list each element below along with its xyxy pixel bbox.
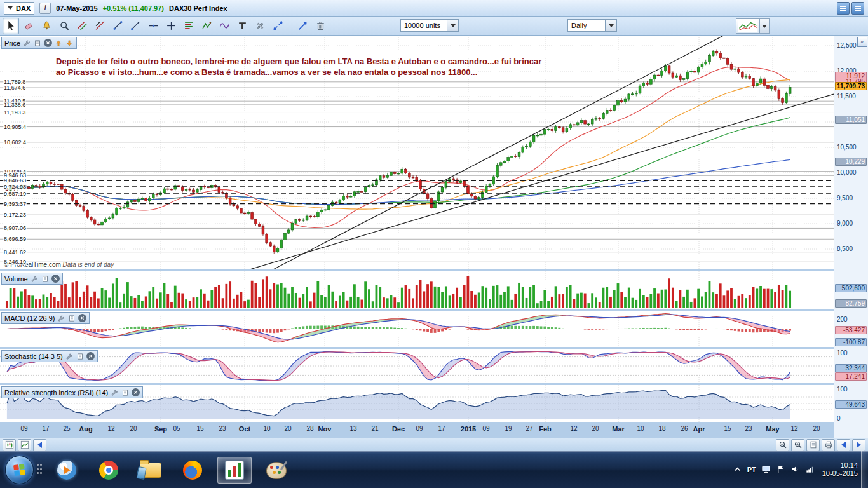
axis-value-box: 49.643 xyxy=(835,400,867,409)
action-center-flag-icon[interactable] xyxy=(776,464,785,475)
timeframe-dropdown-button[interactable] xyxy=(605,20,616,31)
zoom-in-button[interactable] xyxy=(791,439,804,451)
pane-close-button[interactable] xyxy=(78,314,86,322)
delete-objects-tool[interactable] xyxy=(312,18,329,34)
pane-settings-button[interactable] xyxy=(30,274,39,283)
time-axis[interactable]: 091725Aug1220Sep051523Oct102028Nov1321De… xyxy=(0,422,834,438)
volume-chart-canvas[interactable] xyxy=(0,271,834,309)
time-axis-label: 12 xyxy=(107,425,114,432)
pane-settings-button[interactable] xyxy=(65,352,74,361)
time-axis-label: 13 xyxy=(349,425,356,432)
time-axis-label: 20 xyxy=(130,425,137,432)
taskbar-explorer-button[interactable] xyxy=(133,457,168,484)
arrows-tool[interactable] xyxy=(269,18,286,34)
chart-mode-candles-button[interactable] xyxy=(3,439,16,451)
pane-close-button[interactable] xyxy=(44,39,52,47)
taskbar-handle[interactable] xyxy=(37,464,43,475)
pane-print-button[interactable] xyxy=(121,388,130,397)
pane-close-button[interactable] xyxy=(132,388,140,396)
time-axis-label: 10 xyxy=(263,425,270,432)
time-axis-label: Feb xyxy=(539,425,552,433)
instrument-name: DAX30 Perf Index xyxy=(169,4,227,12)
chart-style-button[interactable] xyxy=(736,18,770,34)
volume-icon[interactable] xyxy=(790,464,800,475)
instrument-symbol: DAX xyxy=(16,4,31,12)
axis-tick-label: 0 xyxy=(837,415,841,422)
price-level-label: 11,338.6 xyxy=(3,102,26,108)
window-menu-button[interactable] xyxy=(837,2,850,15)
fit-screen-button[interactable] xyxy=(806,439,820,451)
units-dropdown-button[interactable] xyxy=(447,20,458,31)
text-tool[interactable] xyxy=(234,18,250,34)
alert-tool[interactable] xyxy=(38,18,55,34)
time-axis-label: May xyxy=(766,425,779,433)
arrow-annotation-tool[interactable] xyxy=(294,18,311,34)
pane-print-button[interactable] xyxy=(33,39,42,48)
pane-settings-button[interactable] xyxy=(57,314,65,323)
scroll-back-button[interactable] xyxy=(33,439,46,451)
crosshair-tool[interactable] xyxy=(163,18,179,34)
zoom-out-button[interactable] xyxy=(776,439,789,451)
zoom-tool[interactable] xyxy=(56,18,72,34)
network-icon[interactable] xyxy=(805,464,815,475)
units-dropdown[interactable]: 10000 units xyxy=(400,19,459,32)
firefox-icon xyxy=(183,461,202,480)
prorealtime-icon xyxy=(225,461,244,480)
instrument-selector[interactable]: DAX xyxy=(4,2,34,15)
chart-mode-line-button[interactable] xyxy=(18,439,31,451)
time-axis-label: 21 xyxy=(371,425,378,432)
volume-pane-header: Volume xyxy=(1,273,63,285)
objects-settings-tool[interactable] xyxy=(252,18,268,34)
time-axis-label: Oct xyxy=(239,425,250,433)
time-axis-label: 18 xyxy=(658,425,665,432)
taskbar-firefox-button[interactable] xyxy=(175,457,210,484)
time-axis-label: 17 xyxy=(42,425,49,432)
price-level-label: 9,846.63 xyxy=(3,177,27,184)
channel-tool[interactable] xyxy=(74,18,90,34)
cursor-tool[interactable] xyxy=(3,18,19,34)
zigzag-tool[interactable] xyxy=(198,18,215,34)
segment-tool[interactable] xyxy=(109,18,126,34)
pane-print-button[interactable] xyxy=(41,274,50,283)
taskbar-chrome-button[interactable] xyxy=(92,457,126,484)
trendline-tool[interactable] xyxy=(92,18,108,34)
price-level-label: 9,172.23 xyxy=(3,212,27,218)
pane-settings-button[interactable] xyxy=(22,39,31,48)
pane-close-button[interactable] xyxy=(86,352,95,360)
scroll-right-button[interactable] xyxy=(852,439,865,451)
eraser-tool[interactable] xyxy=(20,18,37,34)
print-button[interactable] xyxy=(822,439,835,451)
language-indicator[interactable]: PT xyxy=(747,466,756,473)
price-axis[interactable]: « 12,50012,00011,50010,50010,0009,5009,0… xyxy=(834,36,868,438)
ray-tool[interactable] xyxy=(127,18,144,34)
scroll-left-button[interactable] xyxy=(837,439,850,451)
pane-move-down-button[interactable] xyxy=(65,39,74,48)
elliott-wave-tool[interactable] xyxy=(216,18,233,34)
chart-annotation[interactable]: Depois de ter feito o outro boneco, lemb… xyxy=(56,56,548,78)
pane-move-up-button[interactable] xyxy=(54,39,63,48)
pane-close-button[interactable] xyxy=(51,274,60,283)
pane-settings-button[interactable] xyxy=(110,388,119,397)
info-button[interactable]: i xyxy=(39,3,51,14)
window-minimize-button[interactable] xyxy=(851,2,864,15)
timeframe-dropdown[interactable]: Daily xyxy=(567,19,617,32)
clock-time: 10:14 xyxy=(822,461,858,470)
pane-print-button[interactable] xyxy=(67,314,76,323)
pane-print-button[interactable] xyxy=(76,352,85,361)
macd-chart-canvas[interactable] xyxy=(0,311,834,347)
show-desktop-button[interactable] xyxy=(861,451,868,488)
axis-collapse-button[interactable]: « xyxy=(857,37,867,47)
hidden-icons-chevron[interactable] xyxy=(733,464,742,475)
toolbar-separator xyxy=(290,20,290,32)
macd-pane-header: MACD (12 26 9) xyxy=(1,312,90,324)
fibonacci-tool[interactable] xyxy=(180,18,197,34)
stochastic-chart-canvas[interactable] xyxy=(0,349,834,383)
taskbar-prorealtime-button[interactable] xyxy=(217,457,252,484)
taskbar-paint-button[interactable] xyxy=(259,457,294,484)
taskbar-media-player-button[interactable] xyxy=(50,457,84,484)
horizontal-line-tool[interactable] xyxy=(145,18,161,34)
clock[interactable]: 10:14 10-05-2015 xyxy=(822,461,858,478)
chart-style-dropdown-button[interactable] xyxy=(760,18,770,34)
start-button[interactable] xyxy=(5,456,34,484)
display-icon[interactable] xyxy=(761,464,771,475)
